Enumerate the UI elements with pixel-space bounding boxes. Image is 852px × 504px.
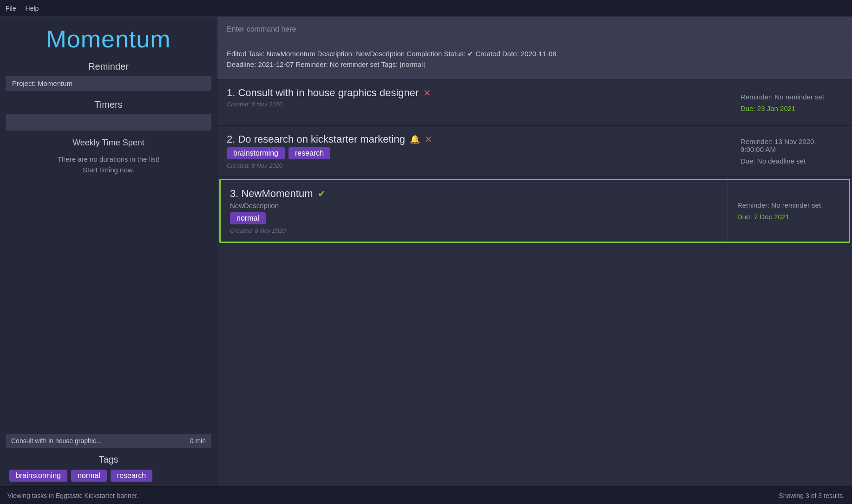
tags-label: Tags <box>0 452 217 470</box>
tag-brainstorming[interactable]: brainstorming <box>9 470 67 482</box>
app-title: Momentum <box>0 17 217 59</box>
main-container: Momentum Reminder Project: Momentum Time… <box>0 17 852 486</box>
task-timer-label: Consult with in house graphic... <box>11 437 180 445</box>
weekly-empty: There are no durations in the list!Start… <box>0 151 217 179</box>
menu-file[interactable]: File <box>6 5 16 12</box>
task-timer-time: 0 min <box>190 437 206 445</box>
task-title-1: 1. Consult with in house graphics design… <box>227 87 419 99</box>
reminder-label: Reminder <box>0 59 217 76</box>
task-reminder-1: Reminder: No reminder set <box>741 93 843 101</box>
task-check-icon-3[interactable]: ✔ <box>318 188 326 199</box>
task-tag-normal-3[interactable]: normal <box>230 212 266 224</box>
task-list: 1. Consult with in house graphics design… <box>217 79 852 486</box>
task-title-row-3: 3. NewMomentum ✔ <box>230 188 718 200</box>
task-title-row-2: 2. Do research on kickstarter marketing … <box>227 133 721 145</box>
task-reminder-3: Reminder: No reminder set <box>737 201 839 209</box>
statusbar-right: Showing 3 of 3 results. <box>779 492 845 499</box>
task-created-1: Created: 8 Nov 2020 <box>227 101 721 108</box>
tag-research[interactable]: research <box>111 470 152 482</box>
task-title-row-1: 1. Consult with in house graphics design… <box>227 87 721 99</box>
task-tags-2: brainstorming research <box>227 147 721 159</box>
output-text: Edited Task: NewMomentum Description: Ne… <box>227 50 557 68</box>
task-due-2: Due: No deadline set <box>741 157 843 165</box>
task-due-1: Due: 23 Jan 2021 <box>741 105 843 112</box>
task-timer-row[interactable]: Consult with in house graphic... 0 min <box>6 434 211 448</box>
output-bar: Edited Task: NewMomentum Description: Ne… <box>217 42 852 79</box>
task-title-2: 2. Do research on kickstarter marketing <box>227 133 405 145</box>
task-meta-1: Reminder: No reminder set Due: 23 Jan 20… <box>731 79 852 125</box>
task-due-3: Due: 7 Dec 2021 <box>737 213 839 221</box>
statusbar: Viewing tasks in Eggtastic Kickstarter b… <box>0 486 852 504</box>
task-created-3: Created: 8 Nov 2020 <box>230 227 718 234</box>
menu-help[interactable]: Help <box>26 5 39 12</box>
timers-label: Timers <box>0 97 217 114</box>
task-bell-icon-2[interactable]: 🔔 <box>410 134 420 144</box>
task-created-2: Created: 8 Nov 2020 <box>227 162 721 169</box>
content-pane: Edited Task: NewMomentum Description: Ne… <box>217 17 852 486</box>
task-meta-2: Reminder: 13 Nov 2020,9:00:00 AM Due: No… <box>731 126 852 177</box>
task-item-1[interactable]: 1. Consult with in house graphics design… <box>217 79 852 126</box>
timer-bar[interactable] <box>6 114 211 131</box>
task-title-3: 3. NewMomentum <box>230 188 313 200</box>
task-main-1: 1. Consult with in house graphics design… <box>217 79 731 125</box>
command-bar <box>217 17 852 42</box>
task-tag-brainstorming-2[interactable]: brainstorming <box>227 147 285 159</box>
task-tag-research-2[interactable]: research <box>288 147 330 159</box>
task-delete-icon-2[interactable]: ✕ <box>425 134 433 145</box>
task-tags-3: normal <box>230 212 718 224</box>
tags-section: Tags brainstorming normal research <box>0 448 217 486</box>
task-reminder-2: Reminder: 13 Nov 2020,9:00:00 AM <box>741 137 843 153</box>
statusbar-left: Viewing tasks in Eggtastic Kickstarter b… <box>7 492 138 499</box>
project-bar[interactable]: Project: Momentum <box>6 76 211 91</box>
tags-list: brainstorming normal research <box>0 470 217 482</box>
menubar: File Help <box>0 0 852 17</box>
task-main-3: 3. NewMomentum ✔ NewDescription normal C… <box>221 180 728 242</box>
task-item-2[interactable]: 2. Do research on kickstarter marketing … <box>217 126 852 177</box>
weekly-label: Weekly Time Spent <box>0 136 217 151</box>
task-delete-icon-1[interactable]: ✕ <box>423 87 431 98</box>
task-desc-3: NewDescription <box>230 202 718 209</box>
task-timer-sep <box>185 437 185 445</box>
command-input[interactable] <box>217 17 852 42</box>
task-meta-3: Reminder: No reminder set Due: 7 Dec 202… <box>728 180 849 242</box>
tag-normal[interactable]: normal <box>71 470 107 482</box>
task-main-2: 2. Do research on kickstarter marketing … <box>217 126 731 177</box>
task-item-3[interactable]: 3. NewMomentum ✔ NewDescription normal C… <box>219 179 850 243</box>
sidebar: Momentum Reminder Project: Momentum Time… <box>0 17 217 486</box>
